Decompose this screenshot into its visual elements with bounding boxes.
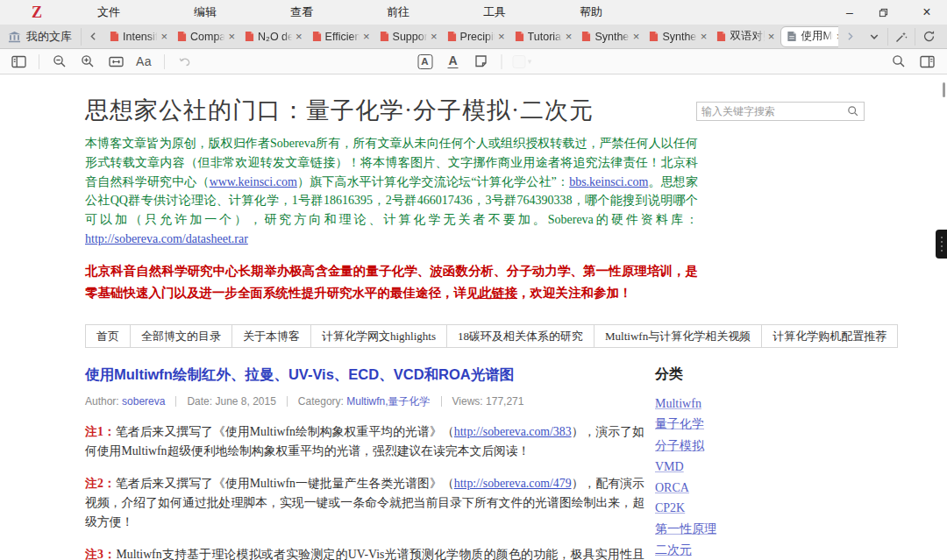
category-vmd[interactable]: VMD	[655, 460, 684, 473]
keinsci-link[interactable]: www.keinsci.com	[210, 175, 297, 188]
close-tab-icon[interactable]: ×	[361, 30, 372, 43]
tab-bilingual[interactable]: 双语对照 ×	[711, 25, 779, 48]
tab-list-chevron-down-icon[interactable]	[863, 26, 886, 47]
minimize-button[interactable]: –	[840, 5, 859, 19]
tab-efficient[interactable]: Efficient ×	[307, 25, 374, 48]
divider	[502, 54, 502, 69]
list-item: 二次元	[655, 542, 864, 558]
appearance-button[interactable]: Aa	[132, 51, 155, 72]
pdf-icon	[649, 31, 659, 42]
tab-compar[interactable]: Compar ×	[172, 25, 239, 48]
sidebar-column: 分类 Multiwfn 量子化学 分子模拟 VMD ORCA CP2K 第一性原…	[653, 365, 864, 560]
reader-toolbar: Aa A A ▾	[0, 49, 947, 74]
close-tab-icon[interactable]: ×	[429, 30, 439, 43]
training-link[interactable]: 此链接	[480, 286, 518, 300]
sync-icon[interactable]	[917, 26, 940, 47]
close-tab-icon[interactable]: ×	[226, 30, 237, 43]
menu-tools[interactable]: 工具	[483, 4, 506, 20]
edge-handle[interactable]	[936, 230, 947, 259]
undo-icon[interactable]	[174, 51, 196, 72]
context-pane-toggle-icon[interactable]	[915, 51, 938, 72]
tab-support[interactable]: Support ×	[374, 25, 442, 48]
search-icon[interactable]	[847, 105, 859, 117]
pdf-icon	[177, 31, 187, 42]
library-label: 我的文库	[26, 29, 72, 45]
pdf-icon	[380, 31, 389, 42]
close-tab-icon[interactable]: ×	[631, 30, 642, 43]
author-link[interactable]: sobereva	[122, 395, 165, 408]
webpage-snapshot-view: 思想家公社的门口：量子化学·分子模拟·二次元 本博客文章皆为原创，版权归作者So…	[0, 75, 947, 560]
article-title[interactable]: 使用Multiwfn绘制红外、拉曼、UV-Vis、ECD、VCD和ROA光谱图	[85, 365, 644, 385]
menu-bar: Z 文件 编辑 查看 前往 工具 帮助 – ×	[0, 0, 947, 25]
datasheet-link[interactable]: http://sobereva.com/datasheet.rar	[85, 232, 248, 245]
menu-file[interactable]: 文件	[97, 4, 120, 20]
tab-n2o[interactable]: N₂O de ×	[239, 25, 307, 48]
tab-synthes-2[interactable]: Synthes ×	[644, 25, 711, 48]
close-tab-icon[interactable]: ×	[766, 30, 777, 43]
nav-c18-research[interactable]: 18碳环及相关体系的研究	[446, 324, 595, 348]
find-in-document-icon[interactable]	[887, 51, 910, 72]
category-cp2k[interactable]: CP2K	[655, 501, 685, 514]
article-meta: Author: sobereva Date: June 8, 2015 Cate…	[85, 394, 644, 409]
site-search-box[interactable]	[696, 102, 865, 121]
menu-go[interactable]: 前往	[387, 4, 409, 20]
my-library-tab[interactable]: 我的文库	[0, 25, 81, 48]
nav-about[interactable]: 关于本博客	[231, 324, 311, 348]
nav-videos[interactable]: Multiwfn与计算化学相关视频	[594, 324, 762, 348]
nav-highlights[interactable]: 计算化学网文highlights	[310, 324, 447, 348]
close-tab-icon[interactable]: ×	[159, 30, 169, 43]
tab-tutorial[interactable]: Tutorial ×	[509, 25, 577, 48]
underline-text-icon[interactable]: A	[442, 51, 465, 72]
scroll-tabs-left-button[interactable]	[82, 25, 104, 48]
menu-edit[interactable]: 编辑	[194, 4, 217, 20]
category-molecular-simulation[interactable]: 分子模拟	[655, 439, 704, 452]
category-anime[interactable]: 二次元	[655, 543, 692, 556]
search-input[interactable]	[701, 105, 847, 117]
article-date: June 8, 2015	[215, 395, 275, 408]
category-first-principles[interactable]: 第一性原理	[655, 522, 716, 535]
close-tab-icon[interactable]: ×	[699, 30, 709, 43]
nav-pc-config[interactable]: 计算化学购机配置推荐	[761, 324, 898, 348]
scroll-tabs-right-button[interactable]	[838, 26, 861, 47]
category-quantum-chemistry[interactable]: 量子化学	[655, 417, 704, 430]
close-button[interactable]: ×	[917, 4, 936, 20]
close-tab-icon[interactable]: ×	[564, 30, 574, 43]
pdf-icon	[447, 31, 457, 42]
bbs-keinsci-link[interactable]: bbs.keinsci.com	[569, 175, 648, 188]
tab-shiyong-mul-active[interactable]: 使用Mul ×	[780, 26, 838, 47]
menu-view[interactable]: 查看	[290, 4, 313, 20]
note-1-link[interactable]: http://sobereva.com/383	[454, 425, 572, 438]
tab-strip: Intensify × Compar × N₂O de × Efficient …	[104, 25, 838, 48]
add-note-icon[interactable]	[470, 51, 493, 72]
magic-wand-icon[interactable]	[890, 26, 913, 47]
restore-button[interactable]	[879, 8, 898, 18]
highlight-text-icon[interactable]: A	[414, 51, 437, 72]
tab-intensify[interactable]: Intensify ×	[104, 25, 172, 48]
tab-synthes-1[interactable]: Synthes ×	[576, 25, 644, 48]
close-tab-icon[interactable]: ×	[835, 30, 838, 43]
annotation-color-picker[interactable]: ▾	[511, 51, 534, 72]
tab-precipit[interactable]: Precipit ×	[442, 25, 509, 48]
library-icon	[8, 31, 21, 43]
fit-width-icon[interactable]	[104, 51, 127, 72]
category-link[interactable]: Multiwfn,量子化学	[346, 394, 430, 409]
pdf-icon	[716, 31, 726, 42]
close-tab-icon[interactable]: ×	[496, 30, 507, 43]
nav-all-posts[interactable]: 全部博文的目录	[130, 324, 232, 348]
list-item: CP2K	[655, 500, 864, 515]
category-multiwfn[interactable]: Multiwfn	[655, 397, 701, 410]
category-orca[interactable]: ORCA	[655, 481, 689, 494]
zoom-in-icon[interactable]	[76, 51, 99, 72]
note-2-link[interactable]: http://sobereva.com/479	[454, 477, 572, 490]
zoom-out-icon[interactable]	[48, 51, 71, 72]
sidebar-toggle-icon[interactable]	[7, 51, 30, 72]
list-item: VMD	[655, 458, 864, 474]
copyright-notice: 本博客文章皆为原创，版权归作者Sobereva所有，所有文章从未向任何个人或组织…	[85, 134, 698, 249]
menu-help[interactable]: 帮助	[580, 4, 602, 20]
list-item: ORCA	[655, 479, 864, 495]
scrollbar-thumb[interactable]	[943, 82, 945, 97]
close-tab-icon[interactable]: ×	[294, 30, 304, 43]
nav-home[interactable]: 首页	[85, 324, 131, 348]
site-nav: 首页 全部博文的目录 关于本博客 计算化学网文highlights 18碳环及相…	[85, 324, 842, 348]
divider	[164, 54, 165, 69]
